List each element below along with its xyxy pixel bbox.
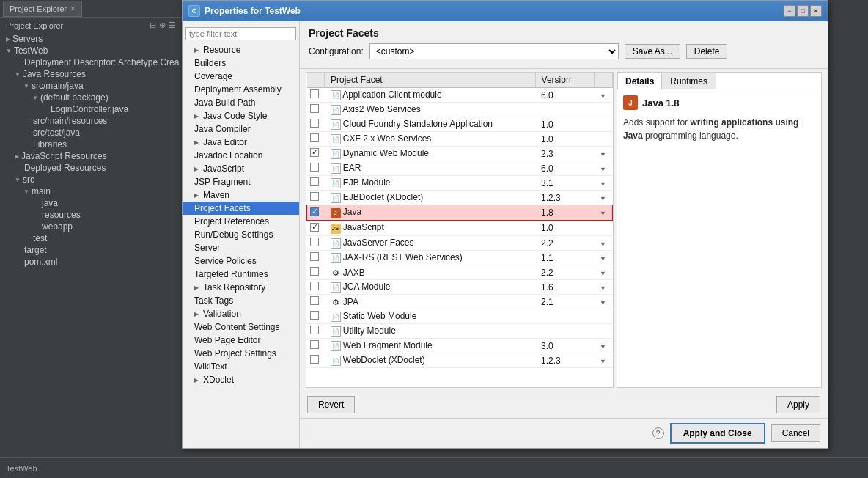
nav-item-project-facets[interactable]: Project Facets	[183, 202, 299, 215]
tree-item[interactable]: webapp	[0, 221, 182, 232]
facet-checkbox[interactable]	[310, 238, 319, 246]
apply-button[interactable]: Apply	[776, 396, 820, 413]
tree-item[interactable]: LoginController.java	[0, 103, 182, 115]
version-dropdown-arrow[interactable]: ▼	[600, 284, 606, 292]
nav-item-javadoc-location[interactable]: Javadoc Location	[183, 149, 299, 162]
tree-item[interactable]: ▶ Servers	[0, 33, 182, 45]
version-dropdown-arrow[interactable]: ▼	[600, 255, 606, 262]
nav-item-deployment-assembly[interactable]: Deployment Assembly	[183, 83, 299, 96]
facet-checkbox[interactable]	[310, 282, 319, 290]
table-row[interactable]: 📄 Axis2 Web Services	[307, 103, 613, 117]
facet-checkbox[interactable]	[310, 148, 319, 157]
table-row[interactable]: J Java1.8▼	[307, 205, 613, 221]
nav-item-resource[interactable]: Resource	[183, 43, 299, 56]
table-row[interactable]: 📄 Static Web Module	[307, 309, 613, 324]
tree-item[interactable]: test	[0, 232, 182, 244]
facet-checkbox[interactable]	[310, 192, 319, 201]
nav-item-service-policies[interactable]: Service Policies	[183, 254, 299, 268]
nav-filter-input[interactable]	[185, 27, 296, 40]
nav-item-java-editor[interactable]: Java Editor	[183, 136, 299, 149]
nav-item-java-build-path[interactable]: Java Build Path	[183, 96, 299, 109]
help-button[interactable]: ?	[652, 427, 664, 439]
tree-item[interactable]: ▼ src	[0, 174, 182, 185]
config-select[interactable]: <custom>	[369, 43, 619, 59]
table-row[interactable]: 📄 Web Fragment Module3.0▼	[307, 339, 613, 353]
tree-item[interactable]: src/main/resources	[0, 115, 182, 127]
facet-checkbox[interactable]	[310, 223, 319, 232]
nav-item-run/debug-settings[interactable]: Run/Debug Settings	[183, 228, 299, 241]
version-dropdown-arrow[interactable]: ▼	[600, 240, 606, 248]
table-row[interactable]: 📄 EJB Module3.1▼	[307, 176, 613, 191]
tree-item[interactable]: src/test/java	[0, 127, 182, 139]
version-dropdown-arrow[interactable]: ▼	[600, 270, 606, 277]
tab-details[interactable]: Details	[617, 73, 662, 89]
project-explorer-tab[interactable]: Project Explorer ✕	[3, 1, 82, 17]
facet-checkbox[interactable]	[310, 133, 319, 142]
nav-item-javascript[interactable]: JavaScript	[183, 162, 299, 175]
version-dropdown-arrow[interactable]: ▼	[600, 92, 606, 100]
table-row[interactable]: 📄 Utility Module	[307, 324, 613, 339]
tree-item[interactable]: ▼ src/main/java	[0, 80, 182, 92]
facet-checkbox[interactable]	[310, 252, 319, 261]
link-editor-icon[interactable]: ⊕	[159, 21, 166, 30]
tree-item[interactable]: ▼ main	[0, 185, 182, 197]
cancel-button[interactable]: Cancel	[771, 424, 820, 442]
facet-checkbox[interactable]	[310, 207, 319, 216]
table-row[interactable]: 📄 CXF 2.x Web Services1.0	[307, 132, 613, 147]
facet-checkbox[interactable]	[310, 104, 319, 113]
table-row[interactable]: JS JavaScript1.0	[307, 221, 613, 236]
nav-item-xdoclet[interactable]: XDoclet	[183, 373, 299, 386]
menu-icon[interactable]: ☰	[169, 21, 176, 30]
nav-item-project-references[interactable]: Project References	[183, 215, 299, 228]
tree-item[interactable]: java	[0, 197, 182, 209]
version-dropdown-arrow[interactable]: ▼	[600, 166, 606, 173]
maximize-button[interactable]: □	[797, 5, 809, 17]
facet-checkbox[interactable]	[310, 311, 319, 320]
nav-item-builders[interactable]: Builders	[183, 56, 299, 70]
nav-item-targeted-runtimes[interactable]: Targeted Runtimes	[183, 268, 299, 281]
nav-item-maven[interactable]: Maven	[183, 188, 299, 202]
nav-item-web-content-settings[interactable]: Web Content Settings	[183, 320, 299, 334]
table-row[interactable]: 📄 WebDoclet (XDoclet)1.2.3▼	[307, 353, 613, 368]
revert-button[interactable]: Revert	[307, 396, 355, 413]
nav-item-task-tags[interactable]: Task Tags	[183, 294, 299, 307]
tree-item[interactable]: Deployed Resources	[0, 162, 182, 174]
tree-item[interactable]: resources	[0, 209, 182, 221]
save-as-button[interactable]: Save As...	[625, 44, 680, 59]
table-row[interactable]: 📄 EJBDoclet (XDoclet)1.2.3▼	[307, 191, 613, 205]
tree-item[interactable]: Deployment Descriptor: Archetype Crea	[0, 56, 182, 68]
tree-item[interactable]: ▼ Java Resources	[0, 68, 182, 80]
close-icon[interactable]: ✕	[70, 4, 76, 12]
close-button[interactable]: ✕	[810, 5, 822, 17]
nav-item-java-code-style[interactable]: Java Code Style	[183, 109, 299, 122]
nav-item-coverage[interactable]: Coverage	[183, 70, 299, 83]
collapse-all-icon[interactable]: ⊟	[150, 21, 156, 30]
tree-item[interactable]: pom.xml	[0, 256, 182, 268]
facet-checkbox[interactable]	[310, 89, 319, 98]
table-row[interactable]: 📄 JCA Module1.6▼	[307, 280, 613, 295]
table-row[interactable]: 📄 JAX-RS (REST Web Services)1.1▼	[307, 251, 613, 265]
version-dropdown-arrow[interactable]: ▼	[600, 358, 606, 365]
facet-checkbox[interactable]	[310, 119, 319, 128]
version-dropdown-arrow[interactable]: ▼	[600, 195, 606, 202]
facet-checkbox[interactable]	[310, 177, 319, 186]
table-row[interactable]: ⚙ JAXB2.2▼	[307, 265, 613, 280]
table-row[interactable]: 📄 EAR6.0▼	[307, 161, 613, 176]
version-dropdown-arrow[interactable]: ▼	[600, 180, 606, 188]
version-dropdown-arrow[interactable]: ▼	[600, 151, 606, 158]
tree-item[interactable]: Libraries	[0, 139, 182, 150]
facet-checkbox[interactable]	[310, 355, 319, 364]
apply-close-button[interactable]: Apply and Close	[670, 423, 765, 444]
version-dropdown-arrow[interactable]: ▼	[600, 210, 606, 217]
tree-item[interactable]: ▶ JavaScript Resources	[0, 150, 182, 162]
facet-checkbox[interactable]	[310, 296, 319, 305]
delete-button[interactable]: Delete	[686, 44, 728, 59]
nav-item-web-page-editor[interactable]: Web Page Editor	[183, 334, 299, 347]
table-row[interactable]: 📄 Application Client module6.0▼	[307, 88, 613, 103]
facet-checkbox[interactable]	[310, 326, 319, 334]
table-row[interactable]: 📄 Cloud Foundry Standalone Application1.…	[307, 117, 613, 132]
version-dropdown-arrow[interactable]: ▼	[600, 343, 606, 350]
minimize-button[interactable]: −	[784, 5, 795, 17]
tree-item[interactable]: target	[0, 244, 182, 256]
nav-item-server[interactable]: Server	[183, 241, 299, 254]
